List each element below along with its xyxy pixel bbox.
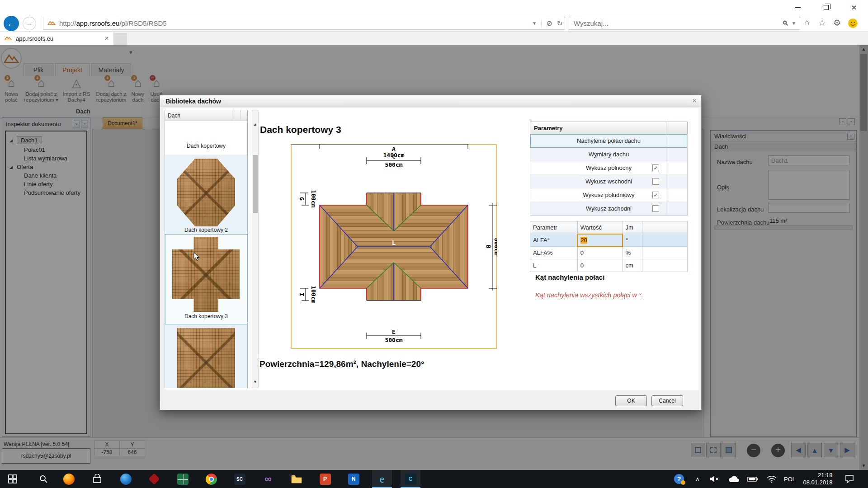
alfa-value-input[interactable]: 20	[577, 234, 623, 247]
col-parametr: Parametr	[530, 221, 578, 234]
start-button[interactable]	[3, 470, 23, 488]
taskbar-app-file-explorer[interactable]	[287, 470, 307, 488]
back-button[interactable]: ←	[4, 16, 19, 31]
roof-list-item-selected[interactable]: Dach kopertowy 3	[165, 234, 247, 324]
parameter-groups: Nachylenie połaci dachu Wymiary dachu Wy…	[530, 134, 688, 216]
table-row-alfa-deg[interactable]: ALFA° 20 °	[530, 234, 688, 247]
scroll-down-icon[interactable]: ▼	[252, 380, 258, 384]
param-group-wykusz-wschodni[interactable]: Wykusz wschodni	[530, 175, 687, 188]
url-dropdown-icon[interactable]: ▼	[532, 21, 537, 26]
search-icon[interactable]: 🔍︎	[782, 19, 789, 27]
tab-close-icon[interactable]: ✕	[104, 35, 109, 42]
dim-c-value: 500cm	[385, 161, 402, 168]
tray-date: 08.01.2018	[803, 479, 832, 486]
param-group-nachylenie[interactable]: Nachylenie połaci dachu	[530, 134, 687, 148]
taskbar-search-button[interactable]	[33, 470, 53, 488]
search-input[interactable]	[569, 19, 782, 27]
checkbox[interactable]: ✓	[652, 164, 659, 171]
parameters-header: Parametry	[530, 122, 688, 134]
roof-plan-drawing: A 1400cm C 500cm G 100cm I 100cm B 800cm	[291, 144, 497, 349]
cancel-button[interactable]: Cancel	[651, 395, 683, 406]
search-dropdown-icon[interactable]: ▼	[792, 21, 796, 26]
refresh-icon[interactable]: ↻	[557, 19, 563, 28]
roof-list-item[interactable]: Dach kopertowy	[165, 121, 247, 155]
address-bar[interactable]: http://app.rsroofs.eu/pl/RSD5/RSD5 ▼ ⊘ ↻	[43, 17, 565, 30]
forward-button[interactable]: →	[23, 17, 36, 30]
taskbar-app-edge[interactable]	[116, 470, 136, 488]
tray-action-center-icon[interactable]	[840, 470, 859, 488]
divider	[541, 19, 542, 28]
internet-explorer-icon: e	[377, 474, 388, 485]
dim-i-letter: I	[298, 293, 305, 296]
checkbox[interactable]	[652, 178, 659, 185]
roof-list-item[interactable]: Dach kopertowy 2	[165, 155, 247, 234]
url-domain: app.rsroofs.eu	[76, 19, 120, 27]
tray-chevron-up-icon[interactable]: ∧	[691, 470, 704, 488]
param-group-wykusz-poludniowy[interactable]: Wykusz południowy✓	[530, 188, 687, 202]
taskbar-app-chrome[interactable]	[201, 470, 221, 488]
mouse-cursor	[193, 252, 200, 261]
home-icon[interactable]: ⌂	[804, 18, 809, 28]
sc-app-icon: SC	[234, 474, 245, 485]
taskbar-app-visual-studio[interactable]: ∞	[258, 470, 278, 488]
taskbar-app-firefox[interactable]	[59, 470, 79, 488]
window-minimize-button[interactable]	[784, 0, 812, 15]
taskbar-app-c[interactable]: C	[401, 470, 420, 488]
roof-list-item[interactable]	[165, 324, 247, 388]
tray-language-indicator[interactable]: POL	[780, 470, 799, 488]
url-path: /pl/RSD5/RSD5	[119, 19, 166, 27]
taskbar-app-red[interactable]	[144, 470, 164, 488]
preview-title: Dach kopertowy 3	[260, 124, 341, 135]
taskbar-app-sc[interactable]: SC	[230, 470, 250, 488]
col-jm: Jm	[623, 221, 642, 234]
edge-icon	[120, 474, 132, 485]
tray-help-icon[interactable]: ?	[670, 470, 688, 488]
window-maximize-button[interactable]	[812, 0, 840, 15]
taskbar-app-excel[interactable]	[173, 470, 193, 488]
tray-volume-muted-icon[interactable]	[706, 470, 723, 488]
ok-button[interactable]: OK	[615, 395, 647, 406]
taskbar-app-orange[interactable]: P	[315, 470, 335, 488]
table-row-l[interactable]: L 0 cm	[530, 259, 688, 272]
taskbar-app-store[interactable]	[87, 470, 107, 488]
param-group-wykusz-zachodni[interactable]: Wykusz zachodni	[530, 202, 687, 216]
dim-g-letter: G	[298, 197, 305, 201]
settings-gear-icon[interactable]: ⚙	[833, 18, 841, 28]
param-help-title: Kąt nachylenia połaci	[535, 273, 604, 281]
param-group-wykusz-polnocny[interactable]: Wykusz północny✓	[530, 161, 687, 175]
dialog-title: Biblioteka dachów	[165, 98, 221, 105]
checkbox[interactable]	[652, 205, 659, 212]
window-titlebar: ✕	[0, 0, 868, 15]
window-close-button[interactable]: ✕	[840, 0, 868, 15]
ridge-l-label: L	[392, 239, 396, 246]
dim-b-letter: B	[485, 245, 492, 249]
taskbar-app-blue[interactable]: N	[344, 470, 363, 488]
checkbox[interactable]: ✓	[652, 192, 659, 198]
dim-i-value: 100cm	[310, 286, 317, 303]
roof-list: Dach Dach kopertowy Dach kopertowy 2 Dac…	[165, 110, 248, 388]
dim-e-letter: E	[392, 328, 396, 335]
tray-clock[interactable]: 21:1808.01.2018	[798, 470, 837, 488]
stop-icon[interactable]: ⊘	[546, 19, 552, 28]
favorites-star-icon[interactable]: ☆	[818, 18, 826, 28]
excel-icon	[177, 474, 189, 485]
param-group-wymiary[interactable]: Wymiary dachu	[530, 148, 687, 161]
table-row-alfa-pct[interactable]: ALFA% 0 %	[530, 247, 688, 259]
roof-library-dialog: Biblioteka dachów ✕ Dach Dach kopertowy …	[160, 95, 702, 410]
tray-wifi-icon[interactable]	[763, 470, 780, 488]
scrollbar-thumb[interactable]	[253, 155, 258, 213]
browser-tabbar: app.rsroofs.eu ✕	[0, 32, 868, 45]
taskbar-app-internet-explorer[interactable]: e	[372, 470, 392, 488]
c-app-icon: C	[405, 474, 416, 485]
browser-tab[interactable]: app.rsroofs.eu ✕	[0, 32, 114, 45]
roof-thumbnail	[172, 237, 240, 312]
tray-onedrive-icon[interactable]	[725, 470, 742, 488]
scroll-up-icon[interactable]: ▲	[252, 122, 258, 127]
browser-navbar: ← → http://app.rsroofs.eu/pl/RSD5/RSD5 ▼…	[0, 15, 868, 32]
feedback-smiley-icon[interactable]	[848, 19, 858, 28]
dialog-close-icon[interactable]: ✕	[692, 98, 697, 104]
search-box[interactable]: 🔍︎ ▼	[569, 17, 800, 30]
roof-list-scrollbar[interactable]: ▲ ▼	[252, 110, 259, 388]
tray-battery-icon[interactable]	[744, 470, 761, 488]
new-tab-button[interactable]	[114, 33, 127, 45]
